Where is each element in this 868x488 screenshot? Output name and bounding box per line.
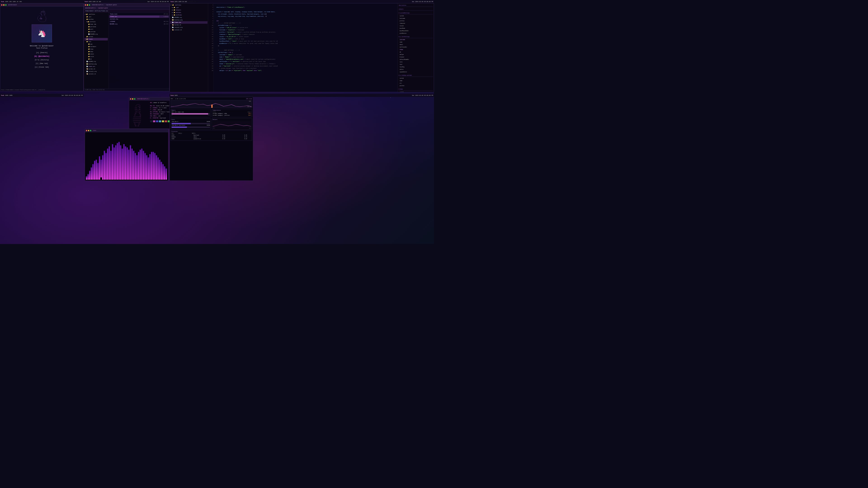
sysmon-mem-info: RAM: 95 5.76GB/2.0GB (172, 111, 184, 113)
fm-file-flakelock[interactable]: flake.lock 27.5 K (109, 13, 169, 15)
visualizer-close-icon[interactable] (86, 130, 87, 131)
fm-tree-pkgs[interactable]: 📁pkgs (85, 51, 108, 53)
fm-minimize-icon[interactable] (87, 4, 88, 6)
svg-rect-1 (86, 176, 87, 180)
rsidebar-nixpkgs-src: src (399, 82, 433, 85)
fm-tree-installorg[interactable]: 📄install.org (85, 70, 108, 73)
rsidebar-defaultroamdir: defaultRoamDir (399, 59, 433, 61)
tree-flakenix[interactable]: 📄 flake.nix (170, 21, 208, 24)
sysmon-disk-1: /dev/dm-0 / 364GB (172, 121, 210, 123)
fm-maximize-icon[interactable] (89, 4, 90, 6)
fm-tree-readmeorg[interactable]: 📄README.org (85, 60, 108, 63)
qute-menu-search[interactable]: [o] [Search] (2, 51, 81, 55)
svg-rect-9 (99, 156, 100, 180)
svg-rect-8 (97, 163, 98, 180)
fm-tree-system[interactable]: 📁system (85, 35, 108, 38)
fm-tree-dotfiles[interactable]: ▼ 📁 .dotfiles (85, 13, 108, 15)
statusbar2-battery: 100% (88, 1, 92, 2)
svg-rect-25 (125, 147, 126, 180)
svg-rect-5 (92, 164, 94, 180)
fm-tree-hardensh[interactable]: 📜harden.sh (85, 68, 108, 70)
tree-git[interactable]: ▶ 📁 .git (170, 6, 208, 9)
sysmon-mem-bar-fill (172, 113, 208, 115)
editor-filetree: ▼ 📁 .dotfiles ▶ 📁 .git ▶ 📁 outputs ▶ 📁 p… (170, 3, 208, 92)
fm-tree-app[interactable]: 📁app (85, 43, 108, 45)
neofetch-minimize-icon[interactable] (132, 98, 133, 100)
fm-tree-installsh[interactable]: 📜install.sh (85, 73, 108, 75)
neofetch-close-icon[interactable] (130, 98, 131, 100)
tree-outputs[interactable]: ▶ 📁 outputs (170, 9, 208, 11)
tree-hardensh[interactable]: 📜 harden.sh (170, 24, 208, 26)
statusbar-bottom-left: Tech 100% 100% Sat 2024-03-09 05:06:00 P… (0, 94, 84, 97)
minimize-icon[interactable] (3, 4, 4, 6)
fm-tree-work[interactable]: 📁work (85, 28, 108, 31)
fm-file-flakenix[interactable]: flake.nix 2.26 K (109, 15, 169, 18)
qute-menu-newtab[interactable]: [t] [New tab] (2, 62, 81, 65)
fm-tree-homelab[interactable]: 📁home lab (85, 23, 108, 26)
color-swatch-1 (153, 121, 155, 122)
rsidebar-title-outputs: outputs (399, 8, 433, 11)
filemanager-body: emmet@snowfire:~ rapidash-galar /home/em… (84, 6, 169, 91)
svg-rect-12 (104, 151, 105, 180)
tree-dotfiles[interactable]: ▼ 📁 .dotfiles (170, 4, 208, 6)
fm-tree-profiles[interactable]: ▼📁profiles (85, 21, 108, 23)
tree-installsh[interactable]: 📜 install.sh (170, 29, 208, 31)
editor-code-content[interactable]: description = "Flake of LibrePhoenix"; o… (214, 3, 398, 92)
tree-readme[interactable]: 📄 README.org (170, 16, 208, 19)
sysmon-disk1-bar (172, 123, 210, 124)
fm-file-installorg[interactable]: install.org (109, 18, 169, 20)
filemanager-titlebar: emmet@snowfire:~ rapidash-galar (84, 3, 169, 6)
tree-patches[interactable]: ▶ 📁 patches (170, 11, 208, 14)
visualizer-maximize-icon[interactable] (90, 130, 91, 131)
fm-tree-user[interactable]: 📁user (85, 40, 108, 43)
fm-close-icon[interactable] (85, 4, 86, 6)
sysmon-memory: Memory RAM: 95 5.76GB/2.0GB 0s 0% 8 (170, 109, 211, 117)
svg-rect-15 (109, 147, 110, 180)
fm-tree-patches[interactable]: 📁patches (85, 18, 108, 21)
fm-file-readmeorg[interactable]: README.org 15.4 K (109, 23, 169, 25)
maximize-icon[interactable] (5, 4, 6, 6)
tree-installorg[interactable]: 📄 install.org (170, 26, 208, 29)
sysmon-temp-edge: card00 (amdgpu): edge 49°C (213, 113, 251, 115)
svg-rect-0 (211, 105, 213, 108)
fm-tree-desktoppng[interactable]: 🖼️desktop.png (85, 63, 108, 65)
fm-tree-readme[interactable]: 📄README.org (85, 33, 108, 35)
rsidebar-title-nixpkgs: ▼ ● nixpkgs-patched (399, 74, 433, 77)
fm-tree-hardware[interactable]: 📁hardware (85, 45, 108, 48)
sysmon-grid: Memory RAM: 95 5.76GB/2.0GB 0s 0% 8 Temp… (170, 109, 252, 129)
fm-tree-lang[interactable]: 📁lang (85, 48, 108, 51)
statusbar2-cpu: 100% (92, 1, 96, 2)
statusbar2-workspace: Tech (85, 1, 88, 2)
fm-tree-personal[interactable]: 📁personal (85, 26, 108, 28)
tree-desktoppng[interactable]: 🖼️ desktop.png (170, 19, 208, 21)
fm-tree-shell[interactable]: 📁shell (85, 53, 108, 55)
cpu-percent: 11 (249, 101, 250, 102)
svg-rect-40 (149, 154, 151, 180)
svg-rect-11 (102, 155, 103, 180)
fm-statusbar: 4.83M sum, 133G free 8/13 All (84, 89, 169, 91)
visualizer-minimize-icon[interactable] (88, 130, 89, 131)
rsidebar-term: term (399, 61, 433, 64)
fm-path-text: /home/emmet/.dotfiles/flake.nix (85, 10, 108, 12)
fm-tree-wm[interactable]: 📁wm (85, 58, 108, 60)
qute-menu-quickmarks[interactable]: [b] [Quickmarks] (2, 55, 81, 58)
fm-tree-worklab[interactable]: 📁worklab (85, 31, 108, 33)
editor-symbols-sidebar: description outputs ▼ systemSettings sys… (398, 3, 434, 92)
fm-tree-style[interactable]: 📁style (85, 55, 108, 58)
qute-menu: [o] [Search] [b] [Quickmarks] [S h] [His… (2, 51, 81, 69)
visualizer-titlebar: cava (85, 129, 168, 132)
editor-statusbar: 7.5k .dotfiles/flake.nix 3:0 Top Produce… (170, 92, 434, 92)
fm-toolbar: emmet@snowfire:~ rapidash-galar (84, 6, 169, 10)
tree-profiles[interactable]: ▶ 📁 profiles (170, 14, 208, 16)
qute-menu-closetab[interactable]: [x] [Close tab] (2, 65, 81, 69)
fm-tree-themes[interactable]: 📁themes (85, 38, 108, 40)
statusbar2-datetime: Sat 2024-03-09 05:06:00 PM (147, 1, 168, 2)
fm-tree-git[interactable]: 📁.git (85, 15, 108, 18)
qute-menu-history[interactable]: [S h] [History] (2, 58, 81, 62)
close-icon[interactable] (1, 4, 2, 6)
neofetch-user-value: emmet @ snowfire (153, 102, 166, 103)
fm-file-license[interactable]: LICENSE 34.2 K (109, 20, 169, 23)
neofetch-maximize-icon[interactable] (134, 98, 135, 100)
fm-tree-flakenix[interactable]: 📄flake.nix (85, 65, 108, 68)
cpu-avg: 10 (250, 106, 251, 107)
